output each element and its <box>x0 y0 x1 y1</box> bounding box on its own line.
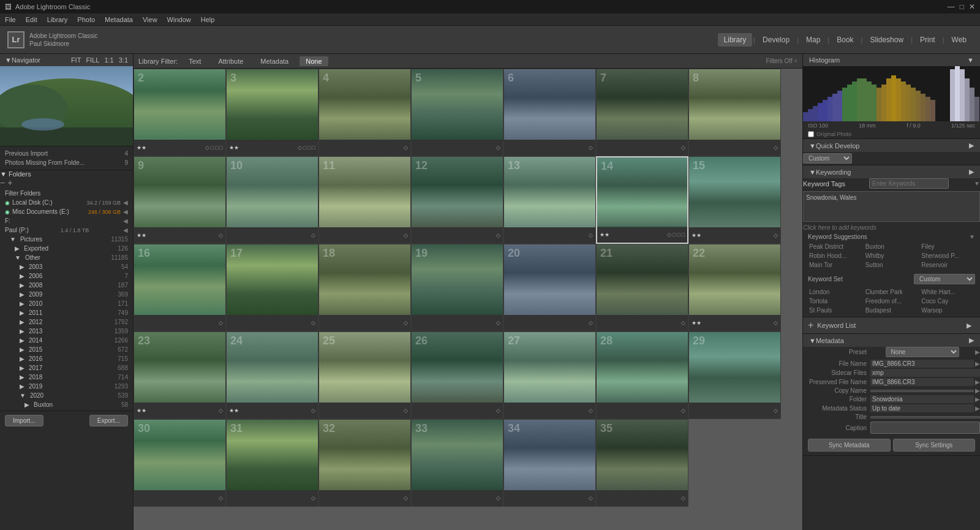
keyword-list-add[interactable]: + <box>808 320 813 331</box>
menu-edit[interactable]: Edit <box>26 16 37 23</box>
grid-cell-27[interactable]: 27◇ <box>503 331 596 419</box>
menu-metadata[interactable]: Metadata <box>105 16 133 23</box>
kw-value-box[interactable]: Snowdonia, Wales <box>803 191 980 222</box>
grid-cell-25[interactable]: 25◇ <box>318 331 411 419</box>
histogram-header[interactable]: Histogram ▼ <box>803 54 980 66</box>
nav-print[interactable]: Print <box>914 33 941 47</box>
grid-cell-19[interactable]: 19◇ <box>411 244 503 331</box>
grid-cell-11[interactable]: 11◇ <box>318 156 411 244</box>
cell-flag-icon[interactable]: ◇ <box>774 145 778 151</box>
cell-action-icon[interactable]: ◇ <box>667 232 671 238</box>
folder-2019[interactable]: ▶2019 1293 <box>0 382 133 391</box>
kw-add-hint[interactable]: Click here to add keywords <box>803 224 980 231</box>
grid-cell-22[interactable]: 22★★◇ <box>688 244 781 331</box>
missing-files[interactable]: Photos Missing From Folde... 9 <box>5 158 128 167</box>
menu-file[interactable]: File <box>5 16 16 23</box>
grid-cell-9[interactable]: 9★★◇ <box>134 156 226 244</box>
kw-sugg-8[interactable]: Reservoir <box>920 261 975 269</box>
sync-settings-button[interactable]: Sync Settings <box>893 439 976 452</box>
cell-flag-icon[interactable]: ◇ <box>311 495 315 501</box>
close-button[interactable]: ✕ <box>969 2 975 11</box>
grid-cell-5[interactable]: 5◇ <box>411 69 503 156</box>
cell-flag-icon[interactable]: ◇ <box>404 320 408 326</box>
cell-action-icon[interactable]: ◇ <box>298 145 302 151</box>
export-button[interactable]: Export... <box>89 415 128 426</box>
cell-flag-icon[interactable]: ◇ <box>496 232 500 238</box>
nav-map[interactable]: Map <box>800 33 826 47</box>
cell-action-icon[interactable]: □ <box>307 145 311 151</box>
grid-cell-31[interactable]: 31◇ <box>226 419 318 507</box>
folder-pictures[interactable]: ▼Pictures 11315 <box>0 235 133 244</box>
grid-cell-14[interactable]: 14★★◇□□□ <box>596 156 688 244</box>
filter-folders[interactable]: Filter Folders <box>0 189 133 198</box>
caption-input[interactable] <box>870 422 980 434</box>
grid-cell-16[interactable]: 16◇ <box>134 244 226 331</box>
meta-value-copyname[interactable] <box>870 390 974 392</box>
import-button[interactable]: Import... <box>5 415 43 426</box>
kw-set-0[interactable]: London <box>808 288 863 296</box>
metadata-header[interactable]: ▼ Metadata ▶ <box>803 334 980 347</box>
folder-2018[interactable]: ▶2018 714 <box>0 373 133 382</box>
cell-flag-icon[interactable]: ◇ <box>219 232 223 238</box>
folder-2016[interactable]: ▶2016 715 <box>0 354 133 363</box>
navigator-header[interactable]: ▼ Navigator FIT FILL 1:1 3:1 <box>0 54 133 66</box>
kw-set-3[interactable]: Tortola <box>808 297 863 305</box>
nav-fit[interactable]: FIT <box>71 56 81 64</box>
folder-2009[interactable]: ▶2009 369 <box>0 290 133 299</box>
folders-plus[interactable]: + <box>7 178 12 187</box>
qd-preset-select[interactable]: Custom As Shot Auto Daylight Cloudy <box>803 153 852 164</box>
meta-value-title[interactable] <box>870 416 980 418</box>
cell-flag-icon[interactable]: ◇ <box>681 495 685 501</box>
cell-flag-icon[interactable]: ◇ <box>681 320 685 326</box>
grid-cell-13[interactable]: 13◇ <box>503 156 596 244</box>
kw-sugg-2[interactable]: Filey <box>920 243 975 251</box>
cell-flag-icon[interactable]: ◇ <box>219 407 223 414</box>
cell-flag-icon[interactable]: ◇ <box>496 407 500 414</box>
keyword-list-label[interactable]: Keyword List ▶ <box>813 322 975 330</box>
kw-set-select[interactable]: Custom Outdoor Photography Portrait Phot… <box>914 274 975 284</box>
kw-sugg-3[interactable]: Robin Hood... <box>808 252 863 260</box>
meta-preset-select[interactable]: None <box>886 347 959 357</box>
grid-cell-10[interactable]: 10◇ <box>226 156 318 244</box>
folder-2014[interactable]: ▶2014 1266 <box>0 336 133 345</box>
sync-metadata-button[interactable]: Sync Metadata <box>808 439 891 452</box>
cell-flag-icon[interactable]: ◇ <box>681 407 685 414</box>
folders-header[interactable]: ▼ Folders − + <box>0 170 133 187</box>
cell-flag-icon[interactable]: ◇ <box>404 407 408 414</box>
filter-metadata[interactable]: Metadata <box>254 56 295 66</box>
quick-develop-header[interactable]: ▼ Quick Develop ▶ <box>803 139 980 152</box>
nav-slideshow[interactable]: Slideshow <box>864 33 910 47</box>
grid-cell-12[interactable]: 12◇ <box>411 156 503 244</box>
folder-exported[interactable]: ▶Exported 126 <box>0 244 133 253</box>
cell-flag-icon[interactable]: ◇ <box>774 407 778 414</box>
menu-view[interactable]: View <box>143 16 157 23</box>
cell-flag-icon[interactable]: ◇ <box>589 320 593 326</box>
cell-action-icon[interactable]: □ <box>677 232 680 238</box>
cell-action-icon[interactable]: □ <box>312 145 315 151</box>
folders-minus[interactable]: − <box>0 178 5 187</box>
cell-flag-icon[interactable]: ◇ <box>589 407 593 414</box>
minimize-button[interactable]: — <box>948 2 955 11</box>
folder-2012[interactable]: ▶2012 1792 <box>0 317 133 327</box>
nav-web[interactable]: Web <box>946 33 973 47</box>
folder-2008[interactable]: ▶2008 187 <box>0 281 133 290</box>
cell-action-icon[interactable]: □ <box>682 232 685 238</box>
kw-set-6[interactable]: St Pauls <box>808 306 863 314</box>
nav-library[interactable]: Library <box>718 33 753 47</box>
grid-cell-21[interactable]: 21◇ <box>596 244 688 331</box>
grid-cell-7[interactable]: 7◇ <box>596 69 688 156</box>
folder-other[interactable]: ▼Other 11185 <box>0 253 133 262</box>
grid-cell-15[interactable]: 15★★◇ <box>688 156 781 244</box>
grid-cell-33[interactable]: 33◇ <box>411 419 503 507</box>
cell-flag-icon[interactable]: ◇ <box>589 145 593 151</box>
grid-cell-34[interactable]: 34◇ <box>503 419 596 507</box>
grid-cell-18[interactable]: 18◇ <box>318 244 411 331</box>
kw-sugg-4[interactable]: Whitby <box>864 252 919 260</box>
folder-2010[interactable]: ▶2010 171 <box>0 299 133 308</box>
grid-cell-29[interactable]: 29◇ <box>688 331 781 419</box>
cell-action-icon[interactable]: □ <box>303 145 306 151</box>
folder-2020[interactable]: ▼2020 539 <box>0 391 133 400</box>
kw-sugg-6[interactable]: Main Tor <box>808 261 863 269</box>
cell-action-icon[interactable]: □ <box>673 232 676 238</box>
filter-none[interactable]: None <box>300 56 328 66</box>
